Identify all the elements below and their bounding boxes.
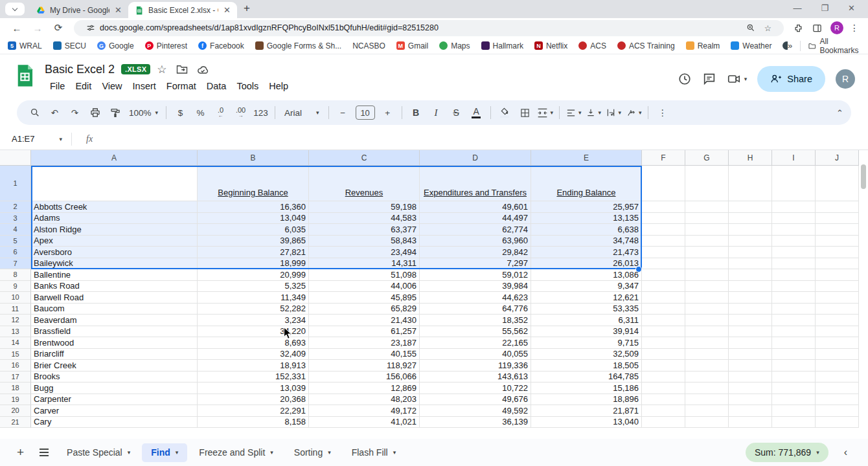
fill-handle[interactable]: [635, 266, 642, 272]
cell-H20[interactable]: [729, 405, 772, 417]
cell-E6[interactable]: 21,473: [531, 247, 642, 258]
row-header-15[interactable]: 15: [0, 349, 31, 361]
cell-G13[interactable]: [685, 326, 729, 338]
cell-E7[interactable]: 26,013: [531, 258, 642, 270]
bookmark-item[interactable]: NNetflix: [534, 41, 567, 50]
collapse-panel-icon[interactable]: ‹: [844, 447, 847, 458]
bookmark-star-icon[interactable]: ☆: [764, 23, 771, 33]
cell-B15[interactable]: 32,409: [198, 349, 309, 361]
cell-D18[interactable]: 10,722: [420, 383, 531, 394]
more-formats-button[interactable]: 123: [253, 104, 269, 121]
cell-D19[interactable]: 49,676: [420, 394, 531, 406]
row-header-17[interactable]: 17: [0, 372, 31, 383]
bookmark-item[interactable]: 5WRAL: [8, 41, 42, 50]
cell-H9[interactable]: [729, 281, 772, 293]
cell-F12[interactable]: [642, 315, 685, 326]
cell-C12[interactable]: 21,430: [309, 315, 420, 326]
cell-J9[interactable]: [816, 281, 859, 293]
cell-E12[interactable]: 6,311: [531, 315, 642, 326]
cell-I17[interactable]: [772, 372, 816, 383]
cell-I19[interactable]: [772, 394, 816, 406]
strikethrough-button[interactable]: S: [448, 104, 464, 121]
cell-C20[interactable]: 49,172: [309, 405, 420, 417]
cell-D2[interactable]: 49,601: [420, 201, 531, 213]
column-header-G[interactable]: G: [685, 150, 729, 166]
cell-G10[interactable]: [685, 292, 729, 304]
menu-tools[interactable]: Tools: [231, 79, 264, 93]
text-rotation-button[interactable]: ▾: [626, 104, 642, 121]
vertical-align-button[interactable]: ▾: [586, 104, 602, 121]
cell-F10[interactable]: [642, 292, 685, 304]
cell-I9[interactable]: [772, 281, 816, 293]
cell-C21[interactable]: 41,021: [309, 417, 420, 428]
cell-I7[interactable]: [772, 258, 816, 270]
bookmark-item[interactable]: Realm: [686, 41, 720, 50]
reload-button[interactable]: ⟳: [51, 22, 65, 34]
cell-A10[interactable]: Barwell Road: [31, 292, 198, 304]
version-history-icon[interactable]: [678, 72, 692, 86]
sheet-tab-find[interactable]: Find▾: [142, 443, 187, 462]
cell-E21[interactable]: 13,040: [531, 417, 642, 428]
redo-icon[interactable]: ↷: [67, 104, 83, 121]
cell-G14[interactable]: [685, 337, 729, 349]
column-header-B[interactable]: B: [198, 150, 309, 166]
cell-E5[interactable]: 34,748: [531, 236, 642, 247]
row-header-12[interactable]: 12: [0, 315, 31, 326]
cell-A11[interactable]: Baucom: [31, 304, 198, 315]
cell-F7[interactable]: [642, 258, 685, 270]
cell-B2[interactable]: 16,360: [198, 201, 309, 213]
cell-J3[interactable]: [816, 213, 859, 225]
cell-B4[interactable]: 6,035: [198, 224, 309, 236]
cell-E1[interactable]: Ending Balance: [531, 166, 642, 201]
cell-C1[interactable]: Revenues: [309, 166, 420, 201]
document-title[interactable]: Basic Excel 2: [45, 63, 115, 76]
vertical-scrollbar[interactable]: [861, 164, 866, 189]
cell-C15[interactable]: 40,155: [309, 349, 420, 361]
text-color-button[interactable]: A: [468, 104, 485, 121]
cell-H1[interactable]: [729, 166, 772, 201]
cell-G9[interactable]: [685, 281, 729, 293]
cell-B12[interactable]: 3,234: [198, 315, 309, 326]
cell-G3[interactable]: [685, 213, 729, 225]
cell-J19[interactable]: [816, 394, 859, 406]
cell-A14[interactable]: Brentwood: [31, 337, 198, 349]
cell-D3[interactable]: 44,497: [420, 213, 531, 225]
cell-E15[interactable]: 32,509: [531, 349, 642, 361]
all-bookmarks-button[interactable]: All Bookmarks: [808, 37, 860, 55]
cell-J17[interactable]: [816, 372, 859, 383]
cell-B17[interactable]: 152,331: [198, 372, 309, 383]
zoom-icon[interactable]: [746, 23, 755, 32]
cell-G21[interactable]: [685, 417, 729, 428]
bookmark-item[interactable]: PPinterest: [145, 41, 187, 50]
sheets-logo-icon[interactable]: [13, 63, 37, 87]
cell-C11[interactable]: 65,829: [309, 304, 420, 315]
cell-J6[interactable]: [816, 247, 859, 258]
browser-tab-sheets[interactable]: Basic Excel 2.xlsx - Google Shee ✕: [128, 2, 237, 18]
cell-B16[interactable]: 18,913: [198, 360, 309, 372]
cell-A5[interactable]: Apex: [31, 236, 198, 247]
cell-C8[interactable]: 51,098: [309, 269, 420, 281]
cell-I20[interactable]: [772, 405, 816, 417]
text-wrap-button[interactable]: ▾: [606, 104, 622, 121]
cell-J2[interactable]: [816, 201, 859, 213]
menu-insert[interactable]: Insert: [128, 79, 161, 93]
cell-I1[interactable]: [772, 166, 816, 201]
add-sheet-icon[interactable]: +: [17, 445, 24, 460]
row-header-8[interactable]: 8: [0, 269, 31, 281]
column-header-A[interactable]: A: [31, 150, 198, 166]
cell-B8[interactable]: 20,999: [198, 269, 309, 281]
browser-profile-avatar[interactable]: R: [830, 21, 843, 34]
name-box[interactable]: A1:E7 ▾: [0, 134, 62, 144]
cell-B10[interactable]: 11,349: [198, 292, 309, 304]
cell-G19[interactable]: [685, 394, 729, 406]
cell-B20[interactable]: 22,291: [198, 405, 309, 417]
cell-H15[interactable]: [729, 349, 772, 361]
cell-B3[interactable]: 13,049: [198, 213, 309, 225]
star-icon[interactable]: ☆: [157, 63, 166, 76]
cell-A9[interactable]: Banks Road: [31, 281, 198, 293]
cell-E17[interactable]: 164,785: [531, 372, 642, 383]
borders-icon[interactable]: [517, 104, 533, 121]
cell-B21[interactable]: 8,158: [198, 417, 309, 428]
cell-J18[interactable]: [816, 383, 859, 394]
cell-F15[interactable]: [642, 349, 685, 361]
